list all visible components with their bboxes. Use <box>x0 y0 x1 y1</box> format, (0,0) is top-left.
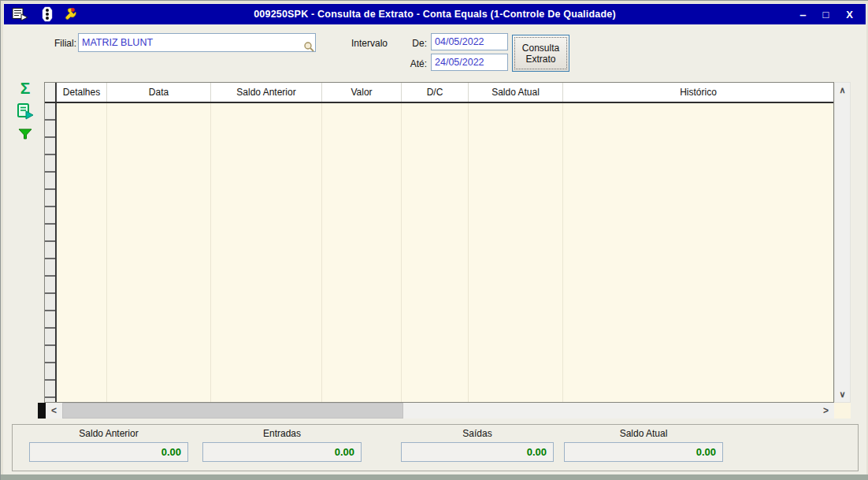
filial-label: Filial: <box>48 38 76 49</box>
consulta-extrato-button[interactable]: Consulta Extrato <box>512 35 569 72</box>
col-header-detalhes[interactable]: Detalhes <box>57 83 107 102</box>
de-label: De: <box>391 38 427 49</box>
summary-value: 0.00 <box>202 442 362 462</box>
date-to-input[interactable] <box>431 54 508 71</box>
ate-label: Até: <box>391 58 427 69</box>
extrato-grid: Detalhes Data Saldo Anterior Valor D/C S… <box>44 82 834 403</box>
title-bar: 009250SPK - Consulta de Extrato - Conta … <box>4 4 866 24</box>
filter-funnel-icon[interactable] <box>17 127 33 141</box>
summary-label: Saídas <box>401 428 554 441</box>
horizontal-scrollbar[interactable]: < > <box>38 403 834 419</box>
summary-panel: Saldo Anterior 0.00 Entradas 0.00 Saídas… <box>12 424 859 471</box>
row-selector-header <box>45 83 57 102</box>
window-title: 009250SPK - Consulta de Extrato - Conta … <box>4 9 866 20</box>
sum-sigma-icon[interactable]: Σ <box>20 80 31 97</box>
magnifier-icon[interactable] <box>303 41 314 52</box>
totem-icon[interactable] <box>42 6 53 22</box>
date-from-input[interactable] <box>431 33 508 50</box>
filial-field-wrap <box>78 33 316 52</box>
summary-saldo-anterior: Saldo Anterior 0.00 <box>29 428 188 462</box>
maximize-button[interactable]: □ <box>822 9 829 20</box>
summary-value: 0.00 <box>401 442 554 462</box>
app-window: 009250SPK - Consulta de Extrato - Conta … <box>0 0 868 480</box>
filial-input[interactable] <box>78 33 316 52</box>
col-header-saldo-anterior[interactable]: Saldo Anterior <box>211 83 322 102</box>
export-report-icon[interactable] <box>12 7 29 21</box>
summary-value: 0.00 <box>564 442 723 462</box>
summary-saldo-atual: Saldo Atual 0.00 <box>564 428 723 462</box>
summary-value: 0.00 <box>29 442 188 462</box>
grid-header-row: Detalhes Data Saldo Anterior Valor D/C S… <box>45 83 833 103</box>
row-selector-gutter <box>45 103 57 402</box>
window-bottom-edge <box>1 474 868 480</box>
scroll-right-icon[interactable]: > <box>818 403 834 419</box>
hscroll-track[interactable] <box>403 403 818 419</box>
col-header-valor[interactable]: Valor <box>322 83 402 102</box>
col-header-saldo-atual[interactable]: Saldo Atual <box>469 83 563 102</box>
close-button[interactable]: X <box>846 9 853 20</box>
scroll-left-icon[interactable]: < <box>46 403 62 419</box>
side-toolbar: Σ <box>14 80 36 141</box>
summary-saidas: Saídas 0.00 <box>401 428 554 462</box>
summary-entradas: Entradas 0.00 <box>202 428 362 462</box>
hscroll-thumb[interactable] <box>62 403 403 419</box>
export-grid-icon[interactable] <box>16 102 35 121</box>
intervalo-label: Intervalo <box>351 38 388 49</box>
scroll-down-icon[interactable]: ∨ <box>835 387 850 402</box>
minimize-button[interactable]: – <box>799 9 805 20</box>
summary-label: Entradas <box>202 428 362 441</box>
wrench-icon[interactable] <box>65 7 81 22</box>
col-header-dc[interactable]: D/C <box>402 83 469 102</box>
summary-label: Saldo Anterior <box>29 428 188 441</box>
current-row-marker <box>38 403 46 419</box>
scrollbar-corner <box>834 403 851 419</box>
scroll-up-icon[interactable]: ∧ <box>835 83 850 98</box>
vertical-scrollbar[interactable]: ∧ ∨ <box>834 82 851 403</box>
summary-label: Saldo Atual <box>564 428 723 441</box>
grid-body[interactable] <box>45 103 833 402</box>
col-header-historico[interactable]: Histórico <box>563 83 833 102</box>
col-header-data[interactable]: Data <box>107 83 211 102</box>
